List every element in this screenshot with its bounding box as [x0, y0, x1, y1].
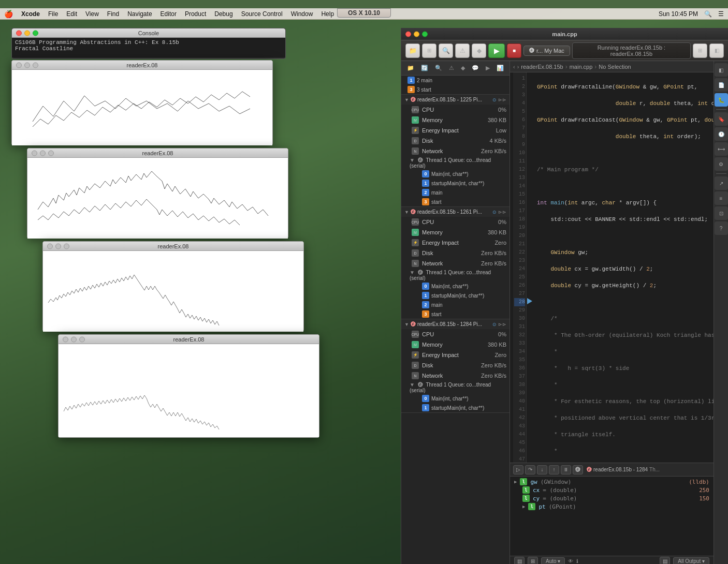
breadcrumb-file[interactable]: main.cpp [570, 64, 593, 70]
debug-ref-btn[interactable]: 🅐 [573, 465, 583, 474]
console-toggle-btn[interactable]: ▤ [514, 557, 525, 565]
nav-diamond-icon[interactable]: ◆ [461, 65, 465, 71]
editor-mode-icon[interactable]: ⊞ [693, 43, 707, 58]
frame-2-0[interactable]: 0 Main(int, char**) [401, 281, 509, 291]
menu-file[interactable]: File [44, 8, 62, 20]
close-button[interactable] [16, 30, 22, 36]
menu-find[interactable]: Find [103, 8, 123, 20]
rs-debug-icon[interactable]: 🐛 [715, 93, 728, 107]
nav-refresh-icon[interactable]: 🔄 [421, 65, 428, 71]
search-icon[interactable]: 🔍 [704, 10, 712, 18]
process-1261-header[interactable]: ▼ 🅐 readerEx.08.15b - 1261 Pi... ⊙ ⊳⊳ [401, 207, 509, 217]
nav-folder-icon[interactable]: 📁 [407, 65, 414, 71]
folder-icon[interactable]: 📁 [405, 43, 420, 58]
rs-navigate-icon[interactable]: ↗ [715, 176, 728, 190]
frame-1-3[interactable]: 3 start [401, 197, 509, 206]
frame-2-1[interactable]: 1 startupMain(int, char**) [401, 291, 509, 300]
debug-step-over-btn[interactable]: ↷ [525, 465, 535, 474]
menu-window[interactable]: Window [287, 8, 317, 20]
nav-warning-icon[interactable]: ⚠ [449, 65, 454, 71]
maximize-button[interactable] [33, 62, 38, 68]
nav-forward-icon[interactable]: › [517, 64, 519, 70]
notification-icon[interactable]: ☰ [718, 10, 724, 18]
maximize-button[interactable] [79, 336, 85, 342]
xcode-maximize[interactable] [422, 31, 428, 37]
thread-frame-start-1[interactable]: 3 3 start [401, 85, 509, 94]
close-button[interactable] [32, 150, 37, 156]
breadcrumb-project[interactable]: readerEx.08.15b [521, 64, 563, 70]
stop-button[interactable]: ■ [507, 43, 521, 58]
menu-view[interactable]: View [81, 8, 103, 20]
rs-file-icon[interactable]: 📄 [715, 78, 728, 92]
debug-step-into-btn[interactable]: ↓ [537, 465, 547, 474]
rs-history-icon[interactable]: 🕐 [715, 127, 728, 141]
menu-help[interactable]: Help [317, 8, 338, 20]
process-1225-header[interactable]: ▼ 🅐 readerEx.08.15b - 1225 Pi... ⊙ ⊳⊳ [401, 95, 509, 105]
output-selector[interactable]: All Output ▾ [673, 557, 709, 564]
close-button[interactable] [16, 62, 22, 68]
debug-step-out-btn[interactable]: ↑ [549, 465, 559, 474]
menu-navigate[interactable]: Navigate [123, 8, 156, 20]
apple-menu[interactable]: 🍎 [4, 10, 13, 18]
var-row-cy[interactable]: l cy = (double) 150 [510, 494, 714, 502]
menu-product[interactable]: Product [181, 8, 210, 20]
nav-chat-icon[interactable]: 💬 [472, 65, 479, 71]
var-row-gw[interactable]: ▶ l gw (GWindow) (lldb) [510, 478, 714, 486]
frame-3-0[interactable]: 0 Main(int, char**) [401, 394, 509, 403]
auto-selector[interactable]: Auto ▾ [541, 557, 565, 564]
run-button[interactable]: ▶ [488, 43, 505, 58]
maximize-button[interactable] [33, 30, 38, 36]
nav-icon[interactable]: ⊞ [422, 43, 436, 58]
var-row-pt[interactable]: ▶ l pt (GPoint) [510, 502, 714, 511]
debug-continue-btn[interactable]: ▷ [513, 465, 523, 474]
rs-obj-icon[interactable]: ⊡ [715, 206, 728, 220]
rs-help-icon[interactable]: ? [715, 221, 728, 235]
xcode-close[interactable] [405, 31, 411, 37]
minimize-button[interactable] [71, 336, 77, 342]
process-ctrl-1[interactable]: ⊳⊳ [498, 97, 506, 102]
view-mode-icon[interactable]: ◧ [709, 43, 724, 58]
xcode-minimize[interactable] [414, 31, 419, 37]
close-button[interactable] [63, 336, 68, 342]
menu-debug[interactable]: Debug [210, 8, 237, 20]
rs-build-icon[interactable]: ⚙ [715, 157, 728, 171]
warning-icon[interactable]: ⚠ [455, 43, 470, 58]
maximize-button[interactable] [64, 243, 69, 249]
process-ctrl-2[interactable]: ⊳⊳ [498, 210, 506, 215]
minimize-button[interactable] [40, 150, 46, 156]
thread-header-2[interactable]: ▼ 🅐 Thread 1 Queue: co...thread (serial) [401, 269, 509, 281]
rs-inspector-icon[interactable]: ◧ [715, 63, 728, 77]
nav-back-icon[interactable]: ‹ [513, 64, 515, 70]
scheme-selector[interactable]: 🅐 r... My Mac [523, 46, 570, 56]
code-content[interactable]: GPoint drawFractalLine(GWindow & gw, GPo… [534, 72, 714, 463]
eye-icon[interactable]: 👁 [568, 558, 573, 564]
rs-bookmark-icon[interactable]: 🔖 [715, 112, 728, 126]
breadcrumb-selection[interactable]: No Selection [599, 64, 631, 70]
nav-chart-icon[interactable]: 📊 [497, 65, 504, 71]
menu-source-control[interactable]: Source Control [237, 8, 287, 20]
nav-search-icon[interactable]: 🔍 [435, 65, 442, 71]
frame-2-3[interactable]: 3 start [401, 309, 509, 319]
rs-thread-icon[interactable]: ≡ [715, 191, 728, 205]
nav-play-icon[interactable]: ▶ [486, 65, 490, 71]
menu-edit[interactable]: Edit [62, 8, 81, 20]
thread-frame-main-1[interactable]: 1 2 main [401, 76, 509, 85]
frame-3-1[interactable]: 1 startupMain(int, char**) [401, 403, 509, 412]
console-output-btn[interactable]: ▤ [660, 557, 670, 565]
var-row-cx[interactable]: l cx = (double) 250 [510, 486, 714, 494]
minimize-button[interactable] [24, 62, 30, 68]
process-1284-header[interactable]: ▼ 🅐 readerEx.08.15b - 1284 Pi... ⊙ ⊳⊳ [401, 319, 509, 329]
frame-1-1[interactable]: 1 startupMain(int, char**) [401, 179, 509, 188]
debug-pause-btn[interactable]: ⏸ [561, 465, 571, 474]
frame-1-2[interactable]: 2 main [401, 188, 509, 197]
frame-2-2[interactable]: 2 main [401, 300, 509, 309]
debug-split-btn[interactable]: ⊞ [528, 557, 538, 565]
thread-header-3[interactable]: ▼ 🅐 Thread 1 Queue: co...thread (serial) [401, 381, 509, 394]
close-button[interactable] [47, 243, 53, 249]
maximize-button[interactable] [48, 150, 54, 156]
rs-diff-icon[interactable]: ⟷ [715, 142, 728, 156]
breakpoint-icon[interactable]: ◆ [472, 43, 486, 58]
thread-header-1[interactable]: ▼ 🅐 Thread 1 Queue: co...thread (serial) [401, 156, 509, 169]
menu-xcode[interactable]: Xcode [17, 8, 44, 20]
minimize-button[interactable] [55, 243, 61, 249]
